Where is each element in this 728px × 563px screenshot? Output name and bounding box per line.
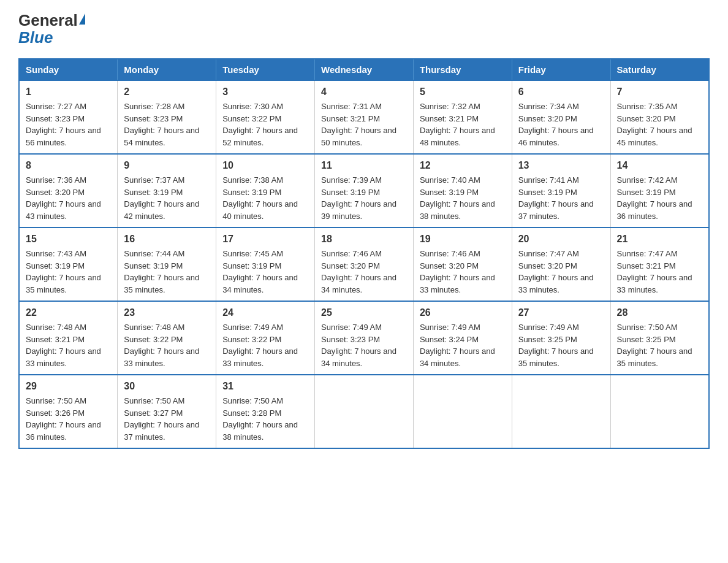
sunrise-info: Sunrise: 7:31 AM [321, 102, 382, 111]
calendar-cell: 17Sunrise: 7:45 AMSunset: 3:19 PMDayligh… [216, 228, 315, 301]
daylight-info: Daylight: 7 hours and 34 minutes. [222, 273, 298, 294]
sunset-info: Sunset: 3:27 PM [124, 408, 183, 418]
calendar-week-row: 8Sunrise: 7:36 AMSunset: 3:20 PMDaylight… [19, 154, 709, 228]
day-number: 14 [617, 158, 702, 173]
sunrise-info: Sunrise: 7:27 AM [26, 102, 86, 111]
day-number: 6 [518, 85, 604, 99]
day-number: 22 [26, 305, 111, 320]
calendar-cell: 18Sunrise: 7:46 AMSunset: 3:20 PMDayligh… [315, 228, 414, 301]
day-number: 19 [420, 232, 506, 247]
daylight-info: Daylight: 7 hours and 42 minutes. [124, 199, 199, 221]
daylight-info: Daylight: 7 hours and 33 minutes. [617, 273, 692, 294]
day-number: 8 [26, 158, 111, 173]
daylight-info: Daylight: 7 hours and 36 minutes. [26, 420, 101, 442]
sunrise-info: Sunrise: 7:42 AM [617, 175, 678, 185]
daylight-info: Daylight: 7 hours and 34 minutes. [420, 347, 495, 368]
sunset-info: Sunset: 3:24 PM [420, 335, 479, 344]
calendar-cell: 8Sunrise: 7:36 AMSunset: 3:20 PMDaylight… [19, 154, 118, 228]
sunrise-info: Sunrise: 7:36 AM [26, 175, 86, 185]
sunset-info: Sunset: 3:25 PM [617, 335, 676, 344]
sunset-info: Sunset: 3:20 PM [26, 188, 85, 197]
day-number: 21 [617, 232, 702, 247]
sunrise-info: Sunrise: 7:35 AM [617, 102, 678, 111]
sunset-info: Sunset: 3:21 PM [26, 335, 85, 344]
day-number: 3 [222, 85, 308, 99]
logo-general-text: General [18, 12, 78, 28]
daylight-info: Daylight: 7 hours and 33 minutes. [518, 273, 594, 294]
sunrise-info: Sunrise: 7:49 AM [222, 323, 283, 332]
day-number: 18 [321, 232, 407, 247]
day-number: 20 [518, 232, 604, 247]
sunset-info: Sunset: 3:20 PM [518, 114, 577, 123]
day-number: 24 [222, 305, 308, 320]
calendar-cell: 6Sunrise: 7:34 AMSunset: 3:20 PMDaylight… [512, 80, 610, 154]
sunset-info: Sunset: 3:19 PM [321, 188, 380, 197]
calendar-cell: 9Sunrise: 7:37 AMSunset: 3:19 PMDaylight… [118, 154, 216, 228]
sunrise-info: Sunrise: 7:43 AM [26, 249, 86, 258]
sunset-info: Sunset: 3:19 PM [222, 261, 281, 270]
calendar-cell: 13Sunrise: 7:41 AMSunset: 3:19 PMDayligh… [512, 154, 610, 228]
daylight-info: Daylight: 7 hours and 48 minutes. [420, 126, 495, 147]
day-number: 27 [518, 305, 604, 320]
sunset-info: Sunset: 3:25 PM [518, 335, 577, 344]
day-number: 25 [321, 305, 407, 320]
sunrise-info: Sunrise: 7:48 AM [26, 323, 86, 332]
day-number: 4 [321, 85, 407, 99]
sunset-info: Sunset: 3:23 PM [26, 114, 85, 123]
daylight-info: Daylight: 7 hours and 54 minutes. [124, 126, 199, 147]
calendar-cell: 19Sunrise: 7:46 AMSunset: 3:20 PMDayligh… [413, 228, 512, 301]
weekday-header-saturday: Saturday [610, 59, 709, 80]
weekday-header-wednesday: Wednesday [315, 59, 414, 80]
day-number: 9 [124, 158, 210, 173]
calendar-week-row: 1Sunrise: 7:27 AMSunset: 3:23 PMDaylight… [19, 80, 709, 154]
daylight-info: Daylight: 7 hours and 38 minutes. [420, 199, 495, 221]
day-number: 13 [518, 158, 604, 173]
calendar-cell: 26Sunrise: 7:49 AMSunset: 3:24 PMDayligh… [413, 301, 512, 375]
sunrise-info: Sunrise: 7:45 AM [222, 249, 283, 258]
sunrise-info: Sunrise: 7:47 AM [518, 249, 579, 258]
calendar-cell: 5Sunrise: 7:32 AMSunset: 3:21 PMDaylight… [413, 80, 512, 154]
sunset-info: Sunset: 3:20 PM [617, 114, 676, 123]
sunrise-info: Sunrise: 7:38 AM [222, 175, 283, 185]
calendar-cell: 2Sunrise: 7:28 AMSunset: 3:23 PMDaylight… [118, 80, 216, 154]
sunrise-info: Sunrise: 7:37 AM [124, 175, 184, 185]
daylight-info: Daylight: 7 hours and 33 minutes. [420, 273, 495, 294]
daylight-info: Daylight: 7 hours and 50 minutes. [321, 126, 396, 147]
sunset-info: Sunset: 3:19 PM [518, 188, 577, 197]
daylight-info: Daylight: 7 hours and 56 minutes. [26, 126, 101, 147]
calendar-cell: 21Sunrise: 7:47 AMSunset: 3:21 PMDayligh… [610, 228, 709, 301]
calendar-cell: 7Sunrise: 7:35 AMSunset: 3:20 PMDaylight… [610, 80, 709, 154]
sunrise-info: Sunrise: 7:50 AM [26, 396, 86, 405]
daylight-info: Daylight: 7 hours and 37 minutes. [124, 420, 199, 442]
daylight-info: Daylight: 7 hours and 45 minutes. [617, 126, 692, 147]
sunrise-info: Sunrise: 7:34 AM [518, 102, 579, 111]
daylight-info: Daylight: 7 hours and 34 minutes. [321, 347, 396, 368]
daylight-info: Daylight: 7 hours and 33 minutes. [222, 347, 298, 368]
calendar-cell: 3Sunrise: 7:30 AMSunset: 3:22 PMDaylight… [216, 80, 315, 154]
day-number: 28 [617, 305, 702, 320]
sunset-info: Sunset: 3:22 PM [124, 335, 183, 344]
weekday-header-sunday: Sunday [19, 59, 118, 80]
sunrise-info: Sunrise: 7:50 AM [222, 396, 283, 405]
sunset-info: Sunset: 3:26 PM [26, 408, 85, 418]
logo-blue-text: Blue [18, 28, 53, 47]
sunrise-info: Sunrise: 7:49 AM [321, 323, 382, 332]
calendar-cell: 25Sunrise: 7:49 AMSunset: 3:23 PMDayligh… [315, 301, 414, 375]
calendar-cell: 30Sunrise: 7:50 AMSunset: 3:27 PMDayligh… [118, 375, 216, 448]
calendar-week-row: 15Sunrise: 7:43 AMSunset: 3:19 PMDayligh… [19, 228, 709, 301]
calendar-cell: 27Sunrise: 7:49 AMSunset: 3:25 PMDayligh… [512, 301, 610, 375]
daylight-info: Daylight: 7 hours and 35 minutes. [26, 273, 101, 294]
sunrise-info: Sunrise: 7:48 AM [124, 323, 184, 332]
sunrise-info: Sunrise: 7:39 AM [321, 175, 382, 185]
sunset-info: Sunset: 3:19 PM [124, 188, 183, 197]
calendar-cell: 23Sunrise: 7:48 AMSunset: 3:22 PMDayligh… [118, 301, 216, 375]
calendar-cell: 14Sunrise: 7:42 AMSunset: 3:19 PMDayligh… [610, 154, 709, 228]
sunset-info: Sunset: 3:22 PM [222, 335, 281, 344]
logo: General Blue [18, 12, 85, 47]
sunset-info: Sunset: 3:19 PM [420, 188, 479, 197]
calendar-cell [512, 375, 610, 448]
daylight-info: Daylight: 7 hours and 40 minutes. [222, 199, 298, 221]
calendar-cell [315, 375, 414, 448]
daylight-info: Daylight: 7 hours and 36 minutes. [617, 199, 692, 221]
sunset-info: Sunset: 3:20 PM [321, 261, 380, 270]
